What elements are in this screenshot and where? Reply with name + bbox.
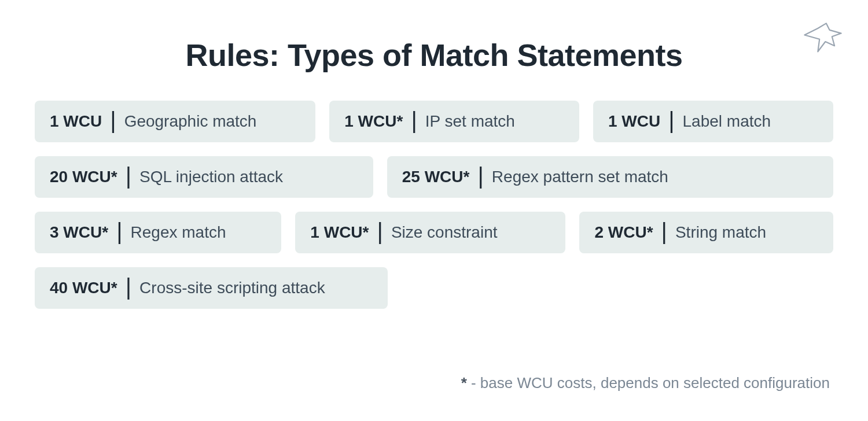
divider-icon: |	[110, 111, 116, 130]
card-sql-injection: 20 WCU* | SQL injection attack	[35, 156, 373, 198]
wcu-value: 40 WCU*	[50, 279, 117, 297]
divider-icon: |	[668, 111, 674, 130]
card-regex-pattern-set: 25 WCU* | Regex pattern set match	[387, 156, 833, 198]
footnote-text: - base WCU costs, depends on selected co…	[467, 374, 830, 392]
divider-icon: |	[116, 222, 122, 241]
wcu-value: 25 WCU*	[402, 168, 470, 186]
row-4: 40 WCU* | Cross-site scripting attack	[35, 267, 833, 309]
card-label: Regex pattern set match	[492, 168, 668, 186]
wcu-value: 2 WCU*	[594, 223, 653, 242]
divider-icon: |	[126, 167, 131, 185]
page: Rules: Types of Match Statements 1 WCU |…	[0, 0, 868, 421]
card-geographic-match: 1 WCU | Geographic match	[35, 101, 315, 142]
card-label-match: 1 WCU | Label match	[593, 101, 833, 142]
wcu-value: 1 WCU*	[344, 112, 403, 131]
card-ip-set-match: 1 WCU* | IP set match	[329, 101, 579, 142]
card-label: String match	[675, 223, 766, 242]
divider-icon: |	[411, 111, 417, 130]
card-label: IP set match	[425, 112, 515, 131]
card-label: Size constraint	[391, 223, 498, 242]
card-label: Regex match	[131, 223, 226, 242]
row-1: 1 WCU | Geographic match 1 WCU* | IP set…	[35, 101, 833, 142]
row-2: 20 WCU* | SQL injection attack 25 WCU* |…	[35, 156, 833, 198]
card-label: Cross-site scripting attack	[139, 279, 325, 297]
wcu-value: 3 WCU*	[50, 223, 108, 242]
page-title: Rules: Types of Match Statements	[35, 37, 833, 73]
card-label: Geographic match	[124, 112, 257, 131]
divider-icon: |	[661, 222, 667, 241]
bird-logo-icon	[802, 21, 844, 53]
divider-icon: |	[377, 222, 382, 241]
card-size-constraint: 1 WCU* | Size constraint	[295, 212, 565, 253]
card-label: Label match	[683, 112, 771, 131]
wcu-value: 20 WCU*	[50, 168, 117, 186]
footnote-star: *	[461, 374, 467, 392]
card-regex-match: 3 WCU* | Regex match	[35, 212, 281, 253]
card-label: SQL injection attack	[139, 168, 283, 186]
divider-icon: |	[126, 278, 131, 296]
rows-container: 1 WCU | Geographic match 1 WCU* | IP set…	[35, 101, 833, 309]
wcu-value: 1 WCU	[608, 112, 660, 131]
card-xss-attack: 40 WCU* | Cross-site scripting attack	[35, 267, 388, 309]
wcu-value: 1 WCU	[50, 112, 102, 131]
row-3: 3 WCU* | Regex match 1 WCU* | Size const…	[35, 212, 833, 253]
wcu-value: 1 WCU*	[310, 223, 369, 242]
divider-icon: |	[477, 167, 483, 185]
footnote: * - base WCU costs, depends on selected …	[461, 374, 830, 392]
card-string-match: 2 WCU* | String match	[579, 212, 833, 253]
